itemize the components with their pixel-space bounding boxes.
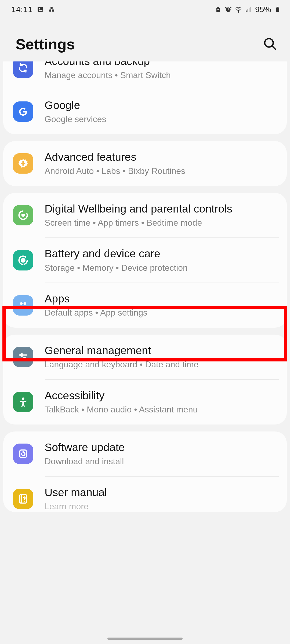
battery-saver-icon	[214, 6, 222, 13]
settings-group: Advanced features Android Auto • Labs • …	[3, 141, 287, 186]
settings-group: General management Language and keyboard…	[3, 335, 287, 425]
item-subtitle: Manage accounts • Smart Switch	[45, 70, 279, 81]
item-text: Accessibility TalkBack • Mono audio • As…	[45, 389, 279, 415]
item-subtitle: Android Auto • Labs • Bixby Routines	[45, 166, 279, 177]
svg-point-29	[22, 398, 24, 400]
svg-point-33	[24, 501, 25, 502]
sliders-icon	[13, 347, 33, 367]
update-icon	[13, 444, 33, 464]
item-subtitle: TalkBack • Mono audio • Assistant menu	[45, 404, 279, 415]
settings-item-accounts-backup[interactable]: Accounts and backup Manage accounts • Sm…	[3, 61, 287, 89]
status-time: 14:11	[11, 5, 33, 14]
svg-point-24	[24, 306, 26, 308]
item-title: Advanced features	[45, 150, 279, 164]
item-title: Battery and device care	[45, 247, 279, 261]
item-text: Apps Default apps • App settings	[45, 292, 279, 319]
settings-item-software-update[interactable]: Software update Download and install	[3, 431, 287, 476]
settings-item-general-management[interactable]: General management Language and keyboard…	[3, 335, 287, 379]
item-subtitle: Download and install	[45, 456, 279, 467]
svg-point-26	[20, 354, 23, 356]
svg-point-28	[23, 358, 26, 360]
item-text: General management Language and keyboard…	[45, 344, 279, 370]
svg-point-2	[50, 7, 53, 9]
sync-icon	[13, 61, 33, 78]
svg-rect-16	[21, 163, 26, 164]
svg-point-1	[39, 8, 40, 9]
status-bar: 14:11 95%	[0, 0, 290, 17]
svg-point-23	[20, 306, 23, 308]
settings-group: Software update Download and install Use…	[3, 431, 287, 512]
svg-rect-8	[247, 9, 248, 12]
svg-point-4	[52, 9, 54, 12]
item-text: User manual Learn more	[45, 486, 279, 512]
item-title: Apps	[45, 292, 279, 306]
battery-icon	[274, 6, 281, 13]
page-title: Settings	[16, 35, 75, 53]
item-text: Software update Download and install	[45, 441, 279, 467]
battery-percent: 95%	[255, 5, 271, 14]
settings-item-apps[interactable]: Apps Default apps • App settings	[3, 283, 287, 328]
item-text: Advanced features Android Auto • Labs • …	[45, 150, 279, 177]
wellbeing-icon	[13, 205, 33, 225]
item-subtitle: Default apps • App settings	[45, 307, 279, 319]
svg-point-22	[24, 302, 26, 305]
alarm-icon	[224, 6, 232, 13]
svg-point-20	[23, 260, 24, 261]
settings-list: Accounts and backup Manage accounts • Sm…	[0, 61, 290, 512]
navigation-handle[interactable]	[107, 638, 183, 640]
svg-rect-12	[277, 7, 278, 8]
item-subtitle: Screen time • App timers • Bedtime mode	[45, 217, 279, 229]
item-title: Digital Wellbeing and parental controls	[45, 202, 279, 216]
settings-item-user-manual[interactable]: User manual Learn more	[3, 477, 287, 512]
manual-icon	[13, 489, 33, 509]
accessibility-icon	[13, 392, 33, 412]
svg-rect-7	[246, 10, 247, 12]
gallery-icon	[37, 6, 44, 13]
plus-gear-icon	[13, 153, 33, 174]
status-left: 14:11	[11, 5, 55, 14]
item-text: Accounts and backup Manage accounts • Sm…	[45, 61, 279, 81]
status-right: 95%	[214, 5, 281, 14]
device-care-icon	[13, 250, 33, 270]
item-title: Accounts and backup	[45, 61, 279, 68]
svg-line-14	[272, 46, 275, 49]
signal-icon	[245, 6, 252, 13]
settings-item-google[interactable]: Google Google services	[3, 89, 287, 134]
svg-rect-10	[250, 7, 251, 12]
item-text: Google Google services	[45, 98, 279, 125]
item-title: General management	[45, 344, 279, 357]
svg-point-21	[20, 302, 23, 305]
apps-icon	[13, 295, 33, 316]
google-icon	[13, 101, 33, 122]
item-title: Google	[45, 98, 279, 112]
svg-point-3	[49, 9, 51, 12]
settings-group: Digital Wellbeing and parental controls …	[3, 193, 287, 328]
item-title: Software update	[45, 441, 279, 454]
item-subtitle: Learn more	[45, 501, 279, 512]
item-subtitle: Google services	[45, 114, 279, 125]
item-title: User manual	[45, 486, 279, 499]
svg-rect-11	[276, 8, 279, 12]
item-subtitle: Storage • Memory • Device protection	[45, 262, 279, 274]
svg-rect-9	[249, 8, 249, 12]
search-button[interactable]	[263, 36, 277, 52]
header: Settings	[0, 17, 290, 64]
settings-item-accessibility[interactable]: Accessibility TalkBack • Mono audio • As…	[3, 380, 287, 425]
settings-item-digital-wellbeing[interactable]: Digital Wellbeing and parental controls …	[3, 193, 287, 238]
item-subtitle: Language and keyboard • Date and time	[45, 359, 279, 370]
item-text: Battery and device care Storage • Memory…	[45, 247, 279, 273]
settings-item-battery-device-care[interactable]: Battery and device care Storage • Memory…	[3, 238, 287, 283]
dots-icon	[48, 6, 55, 13]
item-text: Digital Wellbeing and parental controls …	[45, 202, 279, 229]
settings-item-advanced-features[interactable]: Advanced features Android Auto • Labs • …	[3, 141, 287, 186]
svg-point-6	[238, 12, 239, 13]
wifi-icon	[235, 6, 242, 13]
item-title: Accessibility	[45, 389, 279, 402]
settings-group: Accounts and backup Manage accounts • Sm…	[3, 61, 287, 134]
